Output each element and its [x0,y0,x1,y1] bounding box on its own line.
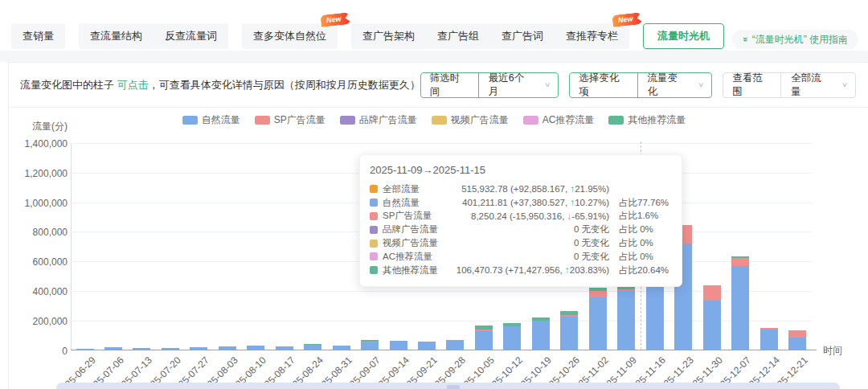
bar-2025-12-21-自然流量[interactable] [788,338,806,350]
tab-group: 查广告架构查广告组查广告词查推荐专栏New [351,23,629,49]
tab-查流量结构[interactable]: 查流量结构 [79,23,154,49]
legend-item-SP广告流量[interactable]: SP广告流量 [255,113,326,127]
bar-2025-07-13-自然流量[interactable] [133,348,150,350]
tooltip-metric-name: 品牌广告流量 [383,223,448,235]
tooltip-rows: 全部流量515,932.78 (+92,858.167, ↑21.95%)自然流… [370,182,672,277]
tooltip-row: 品牌广告流量0 无变化占比 0% [370,223,672,236]
tab-反查流量词[interactable]: 反查流量词 [154,23,228,49]
tooltip-metric-value: 8,250.24 (-15,950.316, ↓-65.91%) [448,211,609,221]
legend-item-视频广告流量[interactable]: 视频广告流量 [432,113,509,127]
y-axis-tick: 800,000 [0,227,68,238]
legend-item-品牌广告流量[interactable]: 品牌广告流量 [340,113,417,127]
bar-2025-08-24-其他推荐流量[interactable] [304,344,321,345]
traffic-time-machine-page: 查销量查流量结构反查流量词查多变体自然位New查广告架构查广告组查广告词查推荐专… [0,0,868,389]
bar-2025-10-26-其他推荐流量[interactable] [560,311,578,315]
bar-2025-10-05-SP广告流量[interactable] [475,330,493,331]
bar-2025-10-26-自然流量[interactable] [560,317,578,350]
tooltip-row: 视频广告流量0 无变化占比 0% [370,236,672,250]
bar-2025-10-05-其他推荐流量[interactable] [475,326,493,330]
tooltip-metric-value: 0 无变化 [448,237,609,249]
y-axis-tick: 200,000 [0,316,68,327]
arrow-up-icon: ↑ [570,198,575,207]
bar-2025-11-02-其他推荐流量[interactable] [589,288,607,292]
bar-2025-11-02-自然流量[interactable] [589,297,607,350]
tooltip-swatch [370,252,378,260]
arrow-down-icon: ↓ [567,211,572,221]
data-zoom-handle[interactable] [447,385,460,389]
bar-2025-11-02-SP广告流量[interactable] [589,291,607,297]
bar-2025-10-12-自然流量[interactable] [503,326,521,350]
tab-groups: 查销量查流量结构反查流量词查多变体自然位New查广告架构查广告组查广告词查推荐专… [11,23,643,49]
bar-2025-10-26-SP广告流量[interactable] [560,315,578,317]
legend-item-其他推荐流量[interactable]: 其他推荐流量 [608,113,686,127]
legend-swatch [523,116,538,125]
legend-item-AC推荐流量[interactable]: AC推荐流量 [523,113,595,127]
bar-2025-12-07-自然流量[interactable] [731,266,749,350]
legend-swatch [340,116,355,125]
tab-traffic-time-machine[interactable]: 流量时光机 [643,23,724,49]
tab-查推荐专栏[interactable]: 查推荐专栏New [555,23,629,49]
bar-2025-07-06-自然流量[interactable] [104,347,122,350]
bar-2025-12-07-其他推荐流量[interactable] [731,256,749,258]
tab-查广告组[interactable]: 查广告组 [426,23,490,49]
bar-2025-08-03-自然流量[interactable] [219,346,236,350]
bar-2025-06-29-自然流量[interactable] [76,349,94,350]
bar-2025-09-07-SP广告流量[interactable] [361,342,379,342]
tab-查广告架构[interactable]: 查广告架构 [351,23,426,49]
bar-2025-10-19-自然流量[interactable] [532,321,550,350]
tooltip-row: 自然流量401,211.81 (+37,380.527, ↑10.27%)占比7… [370,196,672,210]
legend-item-自然流量[interactable]: 自然流量 [182,113,240,127]
y-axis-tick: 1,000,000 [0,198,68,209]
bar-2025-09-14-自然流量[interactable] [390,341,407,350]
tooltip-ratio: 占比77.76% [609,197,675,209]
bar-2025-12-14-SP广告流量[interactable] [760,328,778,330]
legend-label: 自然流量 [202,113,240,127]
bar-2025-09-28-自然流量[interactable] [446,340,464,350]
bar-2025-09-07-其他推荐流量[interactable] [361,340,379,342]
bar-2025-11-09-SP广告流量[interactable] [617,289,635,291]
legend-swatch [182,116,198,125]
bar-2025-07-20-自然流量[interactable] [162,348,179,350]
tab-查广告词[interactable]: 查广告词 [490,23,555,49]
tab-查多变体自然位[interactable]: 查多变体自然位New [242,23,338,49]
legend-label: 品牌广告流量 [359,113,417,127]
bar-2025-08-10-自然流量[interactable] [247,346,264,350]
tooltip-ratio: 占比20.64% [609,264,675,276]
tab-group: 查销量 [11,23,65,49]
y-axis-tick: 1,200,000 [0,168,68,179]
bar-2025-12-07-SP广告流量[interactable] [731,258,749,266]
bar-2025-10-05-自然流量[interactable] [475,331,493,350]
arrow-up-icon: ↑ [570,184,575,194]
bar-2025-10-19-其他推荐流量[interactable] [532,317,550,321]
tooltip-ratio: 占比1.6% [609,210,675,222]
tab-group: 查流量结构反查流量词 [79,23,228,49]
data-zoom-scrollbar[interactable] [56,383,840,389]
bar-2025-11-09-自然流量[interactable] [617,291,635,350]
y-axis-tick: 400,000 [0,286,68,297]
bar-2025-07-27-自然流量[interactable] [190,347,207,350]
tooltip-row: SP广告流量8,250.24 (-15,950.316, ↓-65.91%)占比… [370,210,672,223]
bar-2025-12-21-SP广告流量[interactable] [788,330,806,338]
bar-2025-08-24-自然流量[interactable] [304,345,321,350]
bar-2025-12-14-自然流量[interactable] [760,330,778,350]
tooltip-metric-name: 视频广告流量 [383,237,448,249]
bar-2025-11-30-自然流量[interactable] [703,301,721,350]
y-axis-tick: 600,000 [0,256,68,268]
bar-2025-10-12-其他推荐流量[interactable] [503,323,521,326]
bar-2025-08-17-自然流量[interactable] [276,346,293,350]
arrow-up-icon: ↑ [565,265,570,275]
legend-label: AC推荐流量 [542,113,595,127]
bar-2025-09-07-自然流量[interactable] [361,342,379,350]
bar-2025-11-30-SP广告流量[interactable] [703,285,721,301]
gridline [71,321,812,321]
tab-查销量[interactable]: 查销量 [11,23,65,49]
tooltip-swatch [370,185,378,193]
tooltip-swatch [370,266,378,274]
y-axis-line [71,143,72,350]
legend-label: 其他推荐流量 [628,113,686,127]
tooltip-swatch [370,199,378,207]
tooltip-ratio: 占比 0% [609,251,675,263]
legend-label: SP广告流量 [274,113,326,127]
bar-2025-08-31-自然流量[interactable] [333,346,350,350]
bar-2025-09-21-自然流量[interactable] [418,342,436,350]
